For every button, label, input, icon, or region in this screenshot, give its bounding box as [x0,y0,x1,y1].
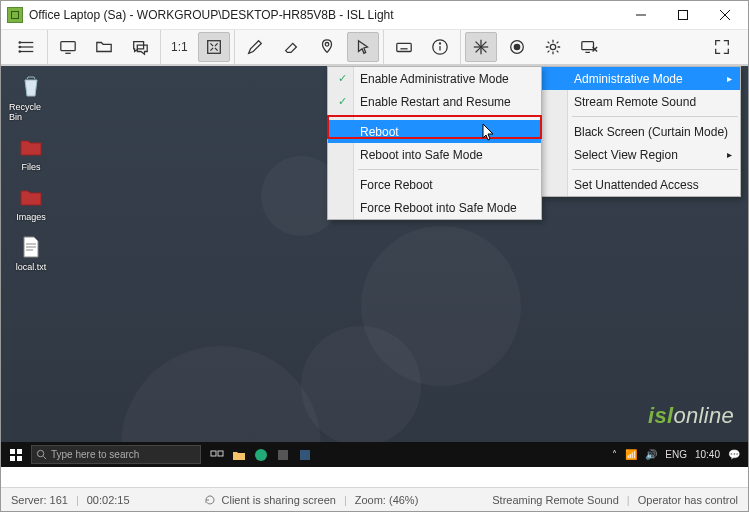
status-share: Client is sharing screen [222,494,336,506]
marker-icon[interactable] [311,32,343,62]
svg-point-29 [550,44,555,49]
desktop-icons: Recycle Bin Files Images local.txt [9,74,53,272]
record-icon[interactable] [501,32,533,62]
app-pin-icon[interactable] [297,447,313,463]
status-control: Operator has control [638,494,738,506]
fullscreen-icon[interactable] [706,32,738,62]
svg-rect-47 [300,450,310,460]
window-title: Office Laptop (Sa) - WORKGROUP\DESKTOP-H… [29,8,620,22]
explorer-icon[interactable] [231,447,247,463]
svg-rect-43 [211,451,216,456]
taskbar-search-input[interactable]: Type here to search [31,445,201,464]
keyboard-icon[interactable] [388,32,420,62]
folder-red-icon [18,134,44,160]
svg-rect-44 [218,451,223,456]
svg-rect-10 [61,42,75,51]
menu-item-unattended[interactable]: Set Unattended Access [542,173,740,196]
svg-point-9 [19,51,20,52]
edge-icon[interactable] [253,447,269,463]
menu-item-force-reboot[interactable]: Force Reboot [328,173,541,196]
svg-rect-14 [396,43,410,51]
folder-red-icon [18,184,44,210]
desktop-icon-files[interactable]: Files [9,134,53,172]
status-zoom: Zoom: (46%) [355,494,419,506]
desktop-icon-label: local.txt [16,262,47,272]
status-bar: Server: 161 | 00:02:15 Client is sharing… [1,487,748,511]
svg-point-41 [37,450,43,456]
app-icon [7,7,23,23]
end-session-icon[interactable] [573,32,605,62]
svg-rect-37 [10,449,15,454]
desktop-icon-localtxt[interactable]: local.txt [9,234,53,272]
tray-chevron-icon[interactable]: ˄ [612,449,617,460]
admin-mode-submenu: Enable Administrative Mode Enable Restar… [327,66,542,220]
svg-rect-46 [278,450,288,460]
menu-item-black-screen[interactable]: Black Screen (Curtain Mode) [542,120,740,143]
desktop-icon-label: Images [16,212,46,222]
gear-icon[interactable] [537,32,569,62]
desktop-icon-label: Files [21,162,40,172]
minimize-button[interactable] [620,1,662,29]
tray-lang[interactable]: ENG [665,449,687,460]
status-stream: Streaming Remote Sound [492,494,619,506]
status-server: Server: 161 [11,494,68,506]
menu-item-reboot[interactable]: Reboot [328,120,541,143]
tray-volume-icon[interactable]: 🔊 [645,449,657,460]
svg-rect-38 [17,449,22,454]
start-button[interactable] [1,442,31,467]
folder-icon[interactable] [88,32,120,62]
monitor-icon[interactable] [52,32,84,62]
eraser-icon[interactable] [275,32,307,62]
session-list-icon[interactable] [11,32,43,62]
toolbar: 1:1 [1,30,748,65]
svg-point-45 [255,449,267,461]
chat-icon[interactable] [124,32,156,62]
refresh-icon [204,494,216,506]
tools-icon[interactable] [465,32,497,62]
close-button[interactable] [704,1,746,29]
zoom-label: 1:1 [171,40,188,54]
menu-item-stream-sound[interactable]: Stream Remote Sound [542,90,740,113]
zoom-1to1-button[interactable]: 1:1 [165,32,194,62]
desktop-icon-label: Recycle Bin [9,102,53,122]
svg-rect-40 [17,456,22,461]
fit-screen-icon[interactable] [198,32,230,62]
isl-logo: islonline [648,403,734,429]
text-file-icon [18,234,44,260]
pointer-icon[interactable] [347,32,379,62]
taskview-icon[interactable] [209,447,225,463]
desktop-icon-recyclebin[interactable]: Recycle Bin [9,74,53,122]
search-placeholder: Type here to search [51,449,139,460]
maximize-button[interactable] [662,1,704,29]
svg-point-28 [514,44,519,49]
tray-notifications-icon[interactable]: 💬 [728,449,740,460]
tray-network-icon[interactable]: 📶 [625,449,637,460]
info-icon[interactable] [424,32,456,62]
desktop-icon-images[interactable]: Images [9,184,53,222]
remote-taskbar[interactable]: Type here to search ˄ 📶 🔊 ENG 10:40 💬 [1,442,748,467]
svg-rect-30 [581,42,593,50]
app-pin-icon[interactable] [275,447,291,463]
status-time: 00:02:15 [87,494,130,506]
pencil-icon[interactable] [239,32,271,62]
svg-point-13 [325,43,329,47]
tools-menu: Administrative Mode Stream Remote Sound … [541,66,741,197]
svg-rect-1 [679,11,688,20]
menu-item-view-region[interactable]: Select View Region [542,143,740,166]
svg-point-7 [19,42,20,43]
recycle-bin-icon [18,74,44,100]
svg-point-8 [19,46,20,47]
svg-rect-39 [10,456,15,461]
menu-item-force-reboot-safe[interactable]: Force Reboot into Safe Mode [328,196,541,219]
menu-item-admin-mode[interactable]: Administrative Mode [542,67,740,90]
menu-item-enable-admin[interactable]: Enable Administrative Mode [328,67,541,90]
svg-point-22 [439,43,440,44]
menu-item-reboot-safe[interactable]: Reboot into Safe Mode [328,143,541,166]
tray-clock[interactable]: 10:40 [695,449,720,460]
svg-line-42 [43,456,46,459]
svg-rect-12 [207,41,220,54]
menu-item-enable-restart[interactable]: Enable Restart and Resume [328,90,541,113]
